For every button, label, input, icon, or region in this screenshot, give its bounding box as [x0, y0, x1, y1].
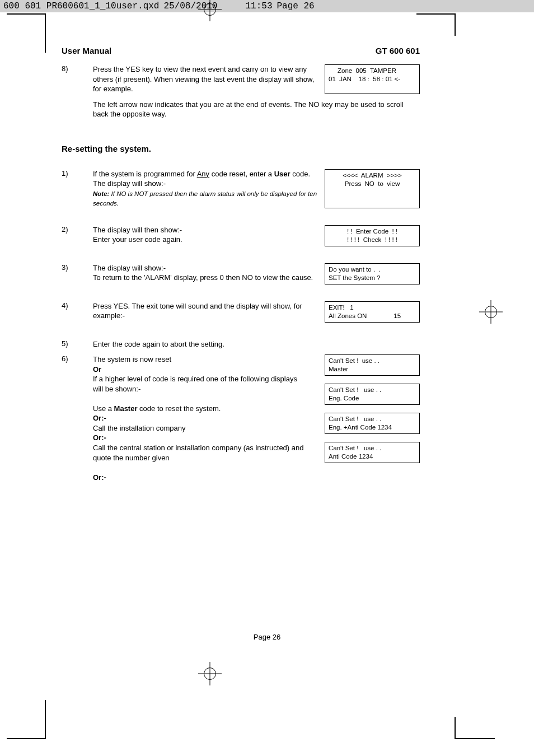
step-number: 6) [62, 354, 93, 482]
registration-mark-icon [200, 0, 219, 19]
t: Call the installation company [93, 424, 185, 432]
note: Note: If NO is NOT pressed then the alar… [93, 190, 317, 207]
t: Master [114, 404, 138, 413]
step-5: 5) Enter the code again to abort the set… [62, 339, 420, 349]
crop-mark [45, 13, 46, 53]
t: If a higher level of code is required on… [93, 375, 297, 393]
lcd-display: Zone 005 TAMPER 01 JAN 18 : 58 : 01 <- [325, 64, 420, 94]
crop-mark [416, 13, 456, 15]
t: Use a [93, 404, 114, 413]
step-text: If the system is programmed for Any code… [93, 169, 325, 208]
or-label: Or:- [93, 414, 106, 422]
crop-mark [455, 717, 456, 739]
t: If the system is programmed for [93, 170, 197, 178]
note-text: If NO is NOT pressed then the alarm stat… [93, 190, 317, 207]
step-4: 4) Press YES. The exit tone will sound a… [62, 301, 420, 323]
step-8: 8) Press the YES key to view the next ev… [62, 64, 420, 94]
crop-mark [7, 13, 46, 15]
step-text: The display will then show:- Enter your … [93, 225, 325, 246]
step-text: The display will show:- To return to the… [93, 263, 325, 284]
lcd-display: <<<< ALARM >>>> Press NO to view [325, 169, 420, 208]
page-content: User Manual GT 600 601 8) Press the YES … [62, 46, 420, 482]
step-1: 1) If the system is programmed for Any c… [62, 169, 420, 208]
t: code reset, enter a [209, 170, 274, 178]
section-title: Re-setting the system. [62, 144, 420, 153]
step-number: 2) [62, 225, 93, 246]
t: code to reset the system. [138, 404, 221, 413]
lcd-display: Can't Set ! use . . Eng. Code [325, 384, 420, 405]
step-text: Enter the code again to abort the settin… [93, 339, 316, 349]
header-right: GT 600 601 [376, 46, 420, 55]
page-number: Page 26 [0, 633, 534, 641]
crop-mark [456, 738, 495, 739]
t: The system is now reset [93, 355, 171, 363]
or-label: Or:- [93, 433, 106, 442]
lcd-display: Can't Set ! use . . Eng. +Anti Code 1234 [325, 413, 420, 434]
step-number: 1) [62, 169, 93, 208]
t: The display will show:- To return to the… [93, 264, 311, 282]
step-text: Press YES. The exit tone will sound and … [93, 301, 325, 323]
slug-filename: 600 601 PR600601_1_10user.qxd [3, 1, 159, 11]
or-label: Or [93, 365, 101, 374]
step8-para1: Press the YES key to view the next event… [93, 65, 314, 93]
lcd-column: Can't Set ! use . . Master Can't Set ! u… [316, 354, 420, 482]
step-2: 2) The display will then show:- Enter yo… [62, 225, 420, 246]
registration-mark-icon [200, 664, 219, 683]
lcd-display: EXIT! 1 All Zones ON 15 [325, 301, 420, 323]
page-header: User Manual GT 600 601 [62, 46, 420, 55]
step-number: 3) [62, 263, 93, 284]
step-number: 5) [62, 339, 93, 349]
lcd-display: Can't Set ! use . . Master [325, 354, 420, 376]
slug-bar: 600 601 PR600601_1_10user.qxd 25/08/2010… [0, 0, 534, 12]
step8-para2: The left arrow now indicates that you ar… [93, 100, 420, 119]
slug-page: Page 26 [277, 1, 314, 11]
slug-time: 11:53 [245, 1, 272, 11]
step-number: 4) [62, 301, 93, 323]
header-left: User Manual [62, 46, 111, 55]
lcd-display: ! ! Enter Code ! ! ! ! ! ! Check ! ! ! ! [325, 225, 420, 246]
slug-crosshair-inline [222, 1, 241, 11]
crop-mark [45, 700, 46, 739]
step-3: 3) The display will show:- To return to … [62, 263, 420, 284]
step-number: 8) [62, 64, 93, 94]
lcd-display: Do you want to . . SET the System ? [325, 263, 420, 284]
t: Call the central station or installation… [93, 444, 303, 462]
t: Any [197, 170, 209, 178]
or-label: Or:- [93, 473, 106, 482]
crop-mark [7, 738, 46, 739]
lcd-display: Can't Set ! use . . Anti Code 1234 [325, 442, 420, 463]
registration-mark-icon [481, 302, 500, 321]
t: User [274, 170, 291, 178]
crop-mark [455, 13, 456, 36]
step-text: Press the YES key to view the next event… [93, 64, 325, 94]
step-6: 6) The system is now reset Or If a highe… [62, 354, 420, 482]
step-text: The system is now reset Or If a higher l… [93, 354, 311, 482]
